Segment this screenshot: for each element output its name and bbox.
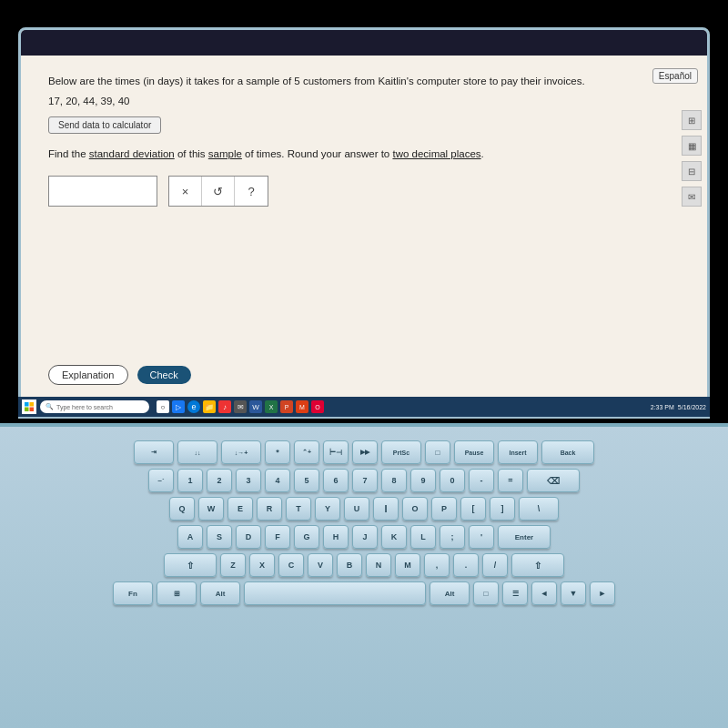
key-p[interactable]: P [431, 497, 457, 521]
key-1[interactable]: 1 [177, 469, 203, 492]
key-a[interactable]: A [177, 525, 203, 549]
key-z[interactable]: Z [220, 553, 246, 577]
taskbar-icon-o[interactable]: O [311, 400, 324, 413]
key-3[interactable]: 3 [236, 469, 261, 492]
key-8[interactable]: 8 [381, 469, 407, 492]
key-w[interactable]: W [198, 497, 224, 521]
taskbar-icon-excel[interactable]: X [265, 400, 278, 413]
key-fn-plus[interactable]: ↓→+ [221, 440, 261, 464]
key-menu[interactable]: ☰ [502, 581, 528, 605]
check-button[interactable]: Check [137, 366, 191, 384]
answer-input[interactable] [48, 176, 157, 207]
start-button[interactable] [22, 399, 36, 414]
key-backslash[interactable]: \ [519, 497, 559, 521]
right-icon-4[interactable]: ✉ [682, 187, 702, 207]
help-button[interactable]: ? [235, 177, 268, 206]
key-r[interactable]: R [257, 497, 282, 521]
multiply-button[interactable]: × [169, 177, 202, 206]
taskbar-icon-1[interactable]: ○ [157, 400, 169, 413]
key-0[interactable]: 0 [440, 469, 465, 492]
key-g[interactable]: G [294, 525, 319, 549]
right-icon-2[interactable]: ▦ [682, 136, 702, 156]
key-bracket[interactable]: ⊢⊣ [323, 440, 349, 464]
taskbar-icon-ms[interactable]: M [296, 400, 308, 413]
key-9[interactable]: 9 [410, 469, 436, 492]
key-j[interactable]: J [352, 525, 378, 549]
key-caps[interactable]: ↓↓ [177, 440, 217, 464]
key-win[interactable]: □ [425, 440, 450, 464]
key-slash[interactable]: / [482, 553, 508, 577]
right-icon-3[interactable]: ⊟ [682, 161, 702, 181]
key-b[interactable]: B [337, 553, 362, 577]
key-s[interactable]: S [207, 525, 232, 549]
key-4[interactable]: 4 [265, 469, 290, 492]
key-q[interactable]: Q [169, 497, 195, 521]
key-prtsc[interactable]: PrtSc [381, 440, 421, 464]
key-lbracket[interactable]: [ [460, 497, 486, 521]
espanol-button[interactable]: Español [652, 68, 698, 84]
key-u[interactable]: U [344, 497, 369, 521]
key-t[interactable]: T [286, 497, 311, 521]
key-quote[interactable]: ' [469, 525, 494, 549]
key-minus[interactable]: - [469, 469, 494, 492]
taskbar-icon-2[interactable]: ▷ [172, 400, 185, 413]
key-tilde[interactable]: ~` [148, 469, 174, 492]
key-2[interactable]: 2 [207, 469, 232, 492]
taskbar-icon-4[interactable]: ✉ [234, 400, 247, 413]
key-asterisk[interactable]: * [265, 440, 290, 464]
key-row-zxcv: ⇧ Z X C V B N M , . / ⇧ [18, 553, 710, 577]
key-rshift[interactable]: ⇧ [511, 553, 564, 577]
key-v[interactable]: V [308, 553, 333, 577]
key-7[interactable]: 7 [352, 469, 378, 492]
key-6[interactable]: 6 [323, 469, 349, 492]
key-period[interactable]: . [453, 553, 479, 577]
key-enter[interactable]: Enter [498, 525, 551, 549]
send-calculator-button[interactable]: Send data to calculator [48, 116, 161, 134]
key-d[interactable]: D [236, 525, 261, 549]
taskbar-search[interactable]: 🔍 Type here to search [40, 400, 149, 413]
key-h[interactable]: H [323, 525, 349, 549]
key-ralt[interactable]: Alt [430, 581, 470, 605]
taskbar-icon-edge[interactable]: e [187, 400, 200, 413]
taskbar-icon-folder[interactable]: 📁 [203, 400, 216, 413]
refresh-button[interactable]: ↺ [202, 177, 235, 206]
key-back[interactable]: Back [541, 440, 594, 464]
key-down[interactable]: ▼ [561, 581, 586, 605]
key-x[interactable]: X [249, 553, 275, 577]
right-icon-1[interactable]: ⊞ [682, 110, 702, 130]
taskbar-icon-pp[interactable]: P [280, 400, 293, 413]
key-lalt[interactable]: Alt [200, 581, 240, 605]
key-equals[interactable]: = [498, 469, 523, 492]
key-backspace[interactable]: ⌫ [527, 469, 580, 492]
explanation-button[interactable]: Explanation [48, 365, 128, 385]
key-comma[interactable]: , [424, 553, 450, 577]
key-row-fn: ⇥ ↓↓ ↓→+ * ⌃+ ⊢⊣ ▶▶ PrtSc □ Pause Insert… [18, 440, 710, 464]
key-i[interactable]: I [373, 497, 399, 521]
key-winkey[interactable]: ⊞ [157, 581, 197, 605]
key-tab[interactable]: ⇥ [134, 440, 174, 464]
taskbar-icon-word[interactable]: W [249, 400, 262, 413]
key-pause[interactable]: Pause [454, 440, 494, 464]
key-lshift[interactable]: ⇧ [164, 553, 217, 577]
key-rwin[interactable]: □ [473, 581, 499, 605]
key-rbracket[interactable]: ] [490, 497, 515, 521]
key-semicolon[interactable]: ; [440, 525, 465, 549]
key-f[interactable]: F [265, 525, 290, 549]
key-m[interactable]: M [395, 553, 420, 577]
key-space[interactable] [244, 581, 426, 605]
key-k[interactable]: K [381, 525, 407, 549]
key-right[interactable]: ► [590, 581, 615, 605]
key-e[interactable]: E [228, 497, 253, 521]
key-l[interactable]: L [410, 525, 436, 549]
key-n[interactable]: N [366, 553, 391, 577]
key-y[interactable]: Y [315, 497, 340, 521]
key-o[interactable]: O [402, 497, 428, 521]
key-fn[interactable]: Fn [113, 581, 153, 605]
taskbar-icon-3[interactable]: ♪ [218, 400, 231, 413]
key-arrows[interactable]: ▶▶ [352, 440, 378, 464]
key-5[interactable]: 5 [294, 469, 319, 492]
key-left[interactable]: ◄ [531, 581, 557, 605]
key-insert[interactable]: Insert [498, 440, 538, 464]
key-ctrl-plus[interactable]: ⌃+ [294, 440, 319, 464]
key-c[interactable]: C [278, 553, 304, 577]
